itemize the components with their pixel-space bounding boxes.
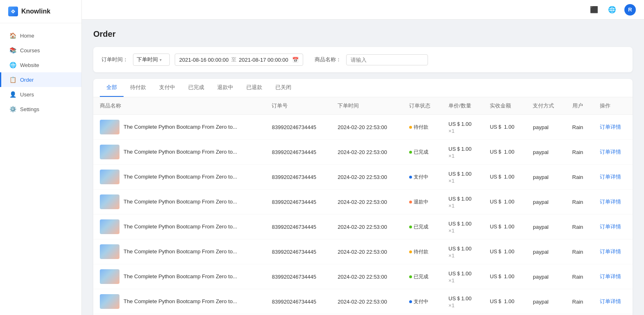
actual-amount-4: US＄ 1.00 — [483, 214, 526, 239]
action-cell-4: 订单详情 — [593, 214, 633, 239]
filter-section: 订单时间： 下单时间 ▾ 2021-08-16 00:00:00 至 2021-… — [93, 47, 633, 72]
product-cell-3: The Complete Python Bootcamp From Zero t… — [93, 190, 265, 214]
order-detail-link[interactable]: 订单详情 — [600, 248, 621, 255]
action-cell-0: 订单详情 — [593, 115, 633, 140]
tabs-row: 全部待付款支付中已完成退款中已退款已关闭 — [93, 79, 633, 97]
sidebar-item-users[interactable]: 👤 Users — [0, 87, 81, 102]
col-action: 操作 — [593, 97, 633, 115]
status-label: 已完成 — [414, 223, 428, 230]
user-0: Rain — [566, 115, 593, 140]
action-cell-2: 订单详情 — [593, 165, 633, 190]
date-to: 2021-08-17 00:00:00 — [239, 57, 288, 63]
order-no-7: 839920246734445 — [265, 289, 331, 314]
product-cell-2: The Complete Python Bootcamp From Zero t… — [93, 165, 265, 190]
product-name: The Complete Python Bootcamp From Zero t… — [124, 223, 237, 230]
monitor-icon[interactable]: ⬛ — [588, 4, 600, 16]
tab-complete[interactable]: 已完成 — [182, 79, 211, 97]
order-time-label: 订单时间： — [101, 56, 128, 63]
product-thumbnail — [100, 145, 119, 159]
product-search-input[interactable] — [346, 54, 428, 65]
product-name: The Complete Python Bootcamp From Zero t… — [124, 273, 237, 280]
order-no-4: 839920246734445 — [265, 214, 331, 239]
order-status-5: 待付款 — [403, 239, 442, 264]
user-avatar-icon[interactable]: R — [624, 4, 636, 16]
tab-refunded[interactable]: 已退款 — [240, 79, 269, 97]
unit-price-0: US＄1.00×1 — [442, 115, 483, 140]
unit-price-7: US＄1.00×1 — [442, 289, 483, 314]
app-name: Knowlink — [21, 8, 50, 15]
order-detail-link[interactable]: 订单详情 — [600, 298, 621, 304]
product-cell-6: The Complete Python Bootcamp From Zero t… — [93, 264, 265, 289]
order-no-2: 839920246734445 — [265, 165, 331, 190]
product-name: The Complete Python Bootcamp From Zero t… — [124, 173, 237, 181]
globe-icon[interactable]: 🌐 — [606, 4, 618, 16]
order-status-2: 支付中 — [403, 165, 442, 190]
sidebar-item-courses[interactable]: 📚 Courses — [0, 43, 81, 58]
time-type-select[interactable]: 下单时间 ▾ — [133, 54, 170, 66]
order-detail-link[interactable]: 订单详情 — [600, 124, 621, 130]
order-time-0: 2024-02-20 22:53:00 — [331, 115, 403, 140]
order-detail-link[interactable]: 订单详情 — [600, 273, 621, 279]
sidebar-item-settings[interactable]: ⚙️ Settings — [0, 102, 81, 116]
table-row: The Complete Python Bootcamp From Zero t… — [93, 214, 633, 239]
unit-price-4: US＄1.00×1 — [442, 214, 483, 239]
table-row: The Complete Python Bootcamp From Zero t… — [93, 239, 633, 264]
col-user: 用户 — [566, 97, 593, 115]
order-time-4: 2024-02-20 22:53:00 — [331, 214, 403, 239]
product-name: The Complete Python Bootcamp From Zero t… — [124, 198, 237, 206]
status-label: 已完成 — [414, 273, 428, 280]
settings-icon: ⚙️ — [9, 106, 16, 112]
col-order_no: 订单号 — [265, 97, 331, 115]
order-detail-link[interactable]: 订单详情 — [600, 174, 621, 180]
tab-refunding[interactable]: 退款中 — [211, 79, 240, 97]
product-cell-0: The Complete Python Bootcamp From Zero t… — [93, 115, 265, 140]
payment-method-3: paypal — [526, 190, 565, 214]
order-status-3: 退款中 — [403, 190, 442, 214]
order-time-6: 2024-02-20 22:53:00 — [331, 264, 403, 289]
product-thumbnail — [100, 219, 119, 234]
chevron-down-icon: ▾ — [160, 58, 162, 62]
payment-method-5: paypal — [526, 239, 565, 264]
order-no-0: 839920246734445 — [265, 115, 331, 140]
date-range-picker[interactable]: 2021-08-16 00:00:00 至 2021-08-17 00:00:0… — [175, 54, 303, 66]
unit-price-5: US＄1.00×1 — [442, 239, 483, 264]
orders-table-wrap: 商品名称订单号下单时间订单状态单价/数量实收金额支付方式用户操作 The Com… — [93, 97, 633, 314]
sidebar-item-order[interactable]: 📋 Order — [0, 72, 81, 87]
col-actual_amount: 实收金额 — [483, 97, 526, 115]
payment-method-2: paypal — [526, 165, 565, 190]
status-label: 退款中 — [414, 199, 428, 206]
filter-row: 订单时间： 下单时间 ▾ 2021-08-16 00:00:00 至 2021-… — [101, 54, 624, 66]
actual-amount-5: US＄ 1.00 — [483, 239, 526, 264]
status-dot — [409, 250, 412, 253]
sidebar-item-home[interactable]: 🏠 Home — [0, 28, 81, 43]
order-detail-link[interactable]: 订单详情 — [600, 149, 621, 155]
user-1: Rain — [566, 140, 593, 165]
product-thumbnail — [100, 294, 119, 309]
order-time-1: 2024-02-20 22:53:00 — [331, 140, 403, 165]
action-cell-3: 订单详情 — [593, 190, 633, 214]
table-row: The Complete Python Bootcamp From Zero t… — [93, 165, 633, 190]
users-icon: 👤 — [9, 91, 16, 98]
date-to-separator: 至 — [231, 56, 236, 63]
order-no-6: 839920246734445 — [265, 264, 331, 289]
action-cell-5: 订单详情 — [593, 239, 633, 264]
tab-paying[interactable]: 支付中 — [153, 79, 182, 97]
order-detail-link[interactable]: 订单详情 — [600, 223, 621, 230]
logo-icon — [8, 7, 18, 16]
order-detail-link[interactable]: 订单详情 — [600, 199, 621, 205]
tab-all[interactable]: 全部 — [100, 79, 124, 97]
action-cell-7: 订单详情 — [593, 289, 633, 314]
actual-amount-6: US＄ 1.00 — [483, 264, 526, 289]
product-name-label: 商品名称： — [315, 56, 341, 63]
product-cell-7: The Complete Python Bootcamp From Zero t… — [93, 289, 265, 314]
website-icon: 🌐 — [9, 62, 16, 68]
product-thumbnail — [100, 194, 119, 209]
sidebar-item-website[interactable]: 🌐 Website — [0, 58, 81, 72]
table-row: The Complete Python Bootcamp From Zero t… — [93, 264, 633, 289]
tab-pending[interactable]: 待付款 — [124, 79, 153, 97]
unit-price-2: US＄1.00×1 — [442, 165, 483, 190]
status-dot — [409, 151, 412, 154]
actual-amount-3: US＄ 1.00 — [483, 190, 526, 214]
tab-closed[interactable]: 已关闭 — [269, 79, 298, 97]
actual-amount-1: US＄ 1.00 — [483, 140, 526, 165]
